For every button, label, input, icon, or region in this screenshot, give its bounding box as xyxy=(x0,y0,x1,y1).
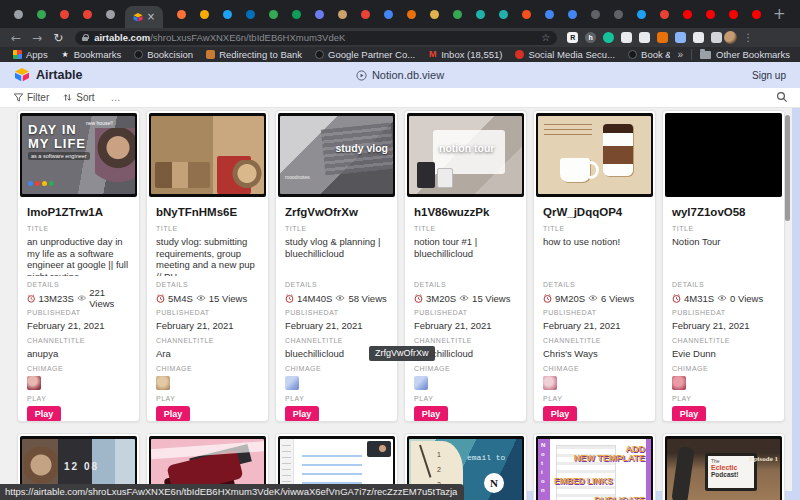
bookmark-star-icon[interactable]: ☆ xyxy=(541,32,550,43)
channel-image[interactable] xyxy=(156,376,170,390)
extension-icons[interactable]: Rh xyxy=(567,32,722,43)
extension-icon[interactable] xyxy=(711,32,722,43)
bookmarks-overflow-chevron[interactable]: » xyxy=(678,49,684,60)
tab-favicon[interactable] xyxy=(83,10,92,19)
tab-favicon[interactable] xyxy=(453,10,462,19)
play-button[interactable]: Play xyxy=(672,406,706,422)
tab-favicon[interactable] xyxy=(729,10,738,19)
tab-favicon[interactable] xyxy=(545,10,554,19)
tab-favicon[interactable] xyxy=(246,10,255,19)
bookmark-item[interactable]: MInbox (18,551) xyxy=(428,49,502,60)
bookmark-label: Bookmarks xyxy=(74,49,122,60)
extension-icon[interactable]: R xyxy=(567,32,578,43)
filter-button[interactable]: Filter xyxy=(14,92,49,103)
chrome-menu-icon[interactable]: ⋮ xyxy=(743,33,753,43)
reload-icon[interactable]: ↻ xyxy=(53,32,63,44)
tab-favicon[interactable] xyxy=(269,10,278,19)
bookmark-item[interactable]: Google Partner Co... xyxy=(315,49,415,60)
tab-favicon[interactable] xyxy=(37,10,46,19)
bookmark-item[interactable]: Social Media Secu... xyxy=(515,49,615,60)
tab-favicon[interactable] xyxy=(106,10,115,19)
tab-favicon[interactable] xyxy=(637,10,646,19)
extension-icon[interactable] xyxy=(603,32,614,43)
tab-favicon[interactable] xyxy=(315,10,324,19)
gallery-row-1: DAY IN MY LIFE as a software engineer ne… xyxy=(17,110,785,422)
channel-image[interactable] xyxy=(672,376,686,390)
bookmark-item[interactable]: ★Bookmarks xyxy=(61,49,122,60)
tab-favicon[interactable] xyxy=(338,10,347,19)
play-button[interactable]: Play xyxy=(27,406,61,422)
video-thumbnail: ADDNEW TEMPLATE EMBED LINKS DUPLICATETEM… xyxy=(536,436,653,500)
tab-favicon[interactable] xyxy=(407,10,416,19)
bookmark-label: Inbox (18,551) xyxy=(441,49,502,60)
tab-favicon[interactable] xyxy=(14,10,23,19)
background-tabs-right[interactable] xyxy=(163,10,761,19)
tab-favicon[interactable] xyxy=(499,10,508,19)
tab-close-icon[interactable]: × xyxy=(147,12,155,22)
extension-icon[interactable] xyxy=(675,32,686,43)
channel-image[interactable] xyxy=(27,376,41,390)
tab-favicon[interactable] xyxy=(752,10,761,19)
channel-image[interactable] xyxy=(414,376,428,390)
extension-icon[interactable] xyxy=(621,32,632,43)
tab-favicon[interactable] xyxy=(60,10,69,19)
bookmark-items[interactable]: Apps★BookmarksBookcisionRedirecting to B… xyxy=(0,49,670,60)
gallery-card[interactable]: notion tour h1V86wuzzPk TITLE notion tou… xyxy=(404,110,527,422)
gallery-card[interactable]: bNyTFnHMs6E TITLE study vlog: submitting… xyxy=(146,110,269,422)
thumbnail-text: DUPLICATETEMPLATE xyxy=(594,496,645,500)
tab-favicon[interactable] xyxy=(683,10,692,19)
back-icon[interactable]: ← xyxy=(11,32,21,44)
search-button[interactable] xyxy=(776,91,788,103)
bookmark-item[interactable]: Redirecting to Bank xyxy=(206,49,302,60)
new-tab-button[interactable]: + xyxy=(773,5,786,23)
active-tab-airtable[interactable]: × xyxy=(125,6,163,28)
toolbar-more-button[interactable]: … xyxy=(111,92,122,103)
gallery-card[interactable]: The Eclectic Podcast! Episode 1 xyxy=(662,433,785,500)
sign-up-button[interactable]: Sign up xyxy=(752,62,786,88)
extension-icon[interactable] xyxy=(639,32,650,43)
tab-favicon[interactable] xyxy=(430,10,439,19)
gallery-card[interactable]: wyl7Z1ovO58 TITLE Notion Tour DETAILS 4M… xyxy=(662,110,785,422)
bookmark-item[interactable]: Apps xyxy=(13,49,48,60)
tab-favicon[interactable] xyxy=(476,10,485,19)
channel-image[interactable] xyxy=(543,376,557,390)
tab-favicon[interactable] xyxy=(292,10,301,19)
gallery-card[interactable]: study vlog moodnotes ZrfgVwOfrXw TITLE s… xyxy=(275,110,398,422)
eye-icon xyxy=(196,294,206,302)
tab-favicon[interactable] xyxy=(568,10,577,19)
background-tabs-left[interactable] xyxy=(0,10,115,19)
tab-favicon[interactable] xyxy=(614,10,623,19)
tab-favicon[interactable] xyxy=(706,10,715,19)
field-label-details: DETAILS xyxy=(672,281,775,289)
tab-favicon[interactable] xyxy=(591,10,600,19)
airtable-brand[interactable]: Airtable xyxy=(14,68,83,82)
extension-icon[interactable] xyxy=(693,32,704,43)
field-label-play: PLAY xyxy=(285,395,388,403)
vertical-scrollbar[interactable] xyxy=(785,115,790,221)
gallery-card[interactable]: ADDNEW TEMPLATE EMBED LINKS DUPLICATETEM… xyxy=(533,433,656,500)
forward-icon[interactable]: → xyxy=(32,32,42,44)
extension-icon[interactable]: h xyxy=(585,32,596,43)
gallery-card[interactable]: QrW_jDqqOP4 TITLE how to use notion! DET… xyxy=(533,110,656,422)
extension-icon[interactable] xyxy=(657,32,668,43)
field-label-channel: CHANNELTITLE xyxy=(414,337,517,345)
play-button[interactable]: Play xyxy=(156,406,190,422)
profile-avatar[interactable] xyxy=(724,31,737,44)
channel-image[interactable] xyxy=(285,376,299,390)
tab-favicon[interactable] xyxy=(522,10,531,19)
gallery-card[interactable]: DAY IN MY LIFE as a software engineer ne… xyxy=(17,110,140,422)
play-button[interactable]: Play xyxy=(285,406,319,422)
bookmark-item[interactable]: Bookcision xyxy=(134,49,193,60)
address-bar[interactable]: airtable.com /shroLxusFAwXNXE6n/tbIdEB6H… xyxy=(75,31,557,45)
bookmark-item[interactable]: Book & Order xyxy=(628,49,669,60)
tab-favicon[interactable] xyxy=(223,10,232,19)
tab-favicon[interactable] xyxy=(177,10,186,19)
tab-favicon[interactable] xyxy=(384,10,393,19)
play-button[interactable]: Play xyxy=(414,406,448,422)
sort-button[interactable]: Sort xyxy=(63,92,94,103)
other-bookmarks[interactable]: Other Bookmarks xyxy=(691,49,800,60)
play-button[interactable]: Play xyxy=(543,406,577,422)
tab-favicon[interactable] xyxy=(361,10,370,19)
tab-favicon[interactable] xyxy=(660,10,669,19)
tab-favicon[interactable] xyxy=(200,10,209,19)
